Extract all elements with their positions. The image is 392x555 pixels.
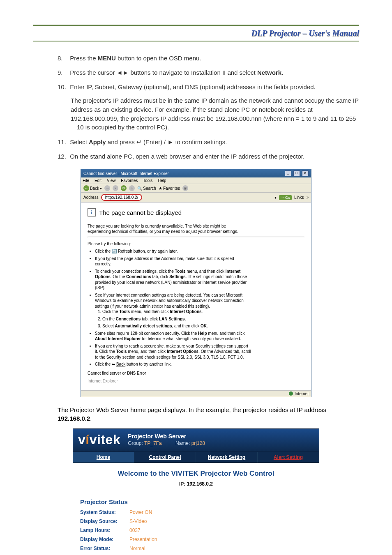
refresh-icon[interactable]: ↻	[121, 185, 127, 191]
list-item: Click the ⬅ Back button to try another l…	[95, 362, 251, 367]
status-zone: Internet	[289, 391, 309, 396]
troubleshoot-list: Click the 🔄 Refresh button, or try again…	[95, 249, 251, 367]
vivitek-logo: vívitek	[78, 432, 120, 447]
ie-toolbar: ←Back ▾ → × ↻ ⌂ 🔍 Search ★ Favorites ◉	[81, 184, 311, 193]
address-label: Address	[83, 195, 99, 200]
list-item: Select Automatically detect settings, an…	[102, 323, 251, 329]
list-item: If you typed the page address in the Add…	[95, 256, 251, 267]
ie-window: Cannot find server - Microsoft Internet …	[81, 169, 311, 397]
ie-titlebar: Cannot find server - Microsoft Internet …	[81, 169, 311, 177]
window-buttons: _ □ ×	[284, 170, 309, 176]
list-item: If you are trying to reach a secure site…	[95, 343, 251, 360]
back-icon: ←	[83, 185, 89, 191]
status-row: Lamp Hours:0037	[80, 527, 312, 533]
vivitek-welcome: Welcome to the VIVITEK Projector Web Con…	[73, 463, 319, 495]
sub-steps: Click the Tools menu, and then click Int…	[102, 309, 251, 329]
menu-file[interactable]: File	[83, 178, 89, 183]
status-row: Display Source:S-Video	[80, 518, 312, 524]
list-item: Click the 🔄 Refresh button, or try again…	[95, 249, 251, 254]
tab-control-panel[interactable]: Control Panel	[134, 452, 196, 463]
try-label: Please try the following:	[88, 242, 304, 246]
search-button[interactable]: 🔍 Search	[137, 186, 156, 191]
step-11: 11. Select Apply and press ↵ (Enter) / ►…	[58, 138, 359, 146]
step-9: 9. Press the cursor ◄► buttons to naviga…	[58, 68, 359, 77]
media-icon[interactable]: ◉	[182, 185, 188, 191]
list-item: See if your Internet connection settings…	[95, 292, 251, 329]
menu-help[interactable]: Help	[158, 178, 166, 183]
status-title: Projector Status	[80, 498, 312, 505]
links-label[interactable]: Links	[294, 195, 304, 200]
list-item: On the Connections tab, click LAN Settin…	[102, 316, 251, 322]
error-heading-row: i The page cannot be displayed	[88, 207, 304, 220]
ie-content: i The page cannot be displayed The page …	[81, 203, 311, 390]
menu-edit[interactable]: Edit	[95, 178, 101, 183]
step-10: 10. Enter IP, Subnet, Gateway (optional)…	[58, 83, 359, 132]
stop-icon[interactable]: ×	[113, 185, 118, 191]
menu-tools[interactable]: Tools	[143, 178, 152, 183]
list-item: To check your connection settings, click…	[95, 269, 251, 291]
back-button[interactable]: ←Back ▾	[83, 185, 102, 191]
error-description: The page you are looking for is currentl…	[88, 223, 244, 234]
address-input[interactable]: http://192.168.0.2/	[101, 194, 143, 201]
internet-icon	[289, 391, 293, 396]
vivitek-title-block: Projector Web Server Group: TP_7Fa Name:…	[128, 433, 205, 446]
list-item: Click the Tools menu, and then click Int…	[102, 309, 251, 315]
step-8: 8. Press the MENU button to open the OSD…	[58, 54, 359, 62]
vivitek-header: vívitek Projector Web Server Group: TP_7…	[73, 428, 319, 452]
tab-alert-setting[interactable]: Alert Setting	[258, 452, 319, 463]
ie-address-bar: Address http://192.168.0.2/ ▾ → Go Links…	[81, 193, 311, 203]
ie-line: Internet Explorer	[88, 378, 244, 384]
ie-window-title: Cannot find server - Microsoft Internet …	[83, 171, 169, 176]
status-row: System Status:Power ON	[80, 509, 312, 515]
status-row: Display Mode:Presentation	[80, 537, 312, 542]
document-page: DLP Projector – User's Manual 8. Press t…	[0, 0, 392, 555]
list-item: Some sites require 128-bit connection se…	[95, 331, 251, 342]
header-banner: DLP Projector – User's Manual	[33, 25, 359, 41]
step-10-note: The projector's IP address must be in th…	[71, 96, 359, 132]
ip-display: IP: 192.168.0.2	[73, 481, 319, 487]
minimize-button[interactable]: _	[285, 170, 291, 176]
section-note: The Projector Web Server home page displ…	[58, 405, 334, 423]
home-icon[interactable]: ⌂	[129, 185, 135, 191]
address-dropdown-icon[interactable]: ▾	[274, 195, 277, 200]
step-12: 12. On the stand alone PC, open a web br…	[58, 152, 359, 161]
divider	[88, 237, 304, 237]
tab-home[interactable]: Home	[73, 452, 134, 463]
error-heading: The page cannot be displayed	[99, 209, 182, 216]
vivitek-panel: vívitek Projector Web Server Group: TP_7…	[73, 428, 319, 555]
vivitek-tabs: Home Control Panel Network Setting Alert…	[73, 452, 319, 463]
close-button[interactable]: ×	[302, 170, 309, 176]
dns-error: Cannot find server or DNS Error	[88, 371, 244, 376]
favorites-button[interactable]: ★ Favorites	[159, 186, 180, 191]
welcome-heading: Welcome to the VIVITEK Projector Web Con…	[73, 470, 319, 478]
info-icon: i	[88, 208, 96, 216]
ie-statusbar: Internet	[81, 390, 311, 397]
ie-menubar: File Edit View Favorites Tools Help	[81, 177, 311, 184]
status-row: Error Status:Normal	[80, 546, 312, 551]
menu-favorites[interactable]: Favorites	[121, 178, 138, 183]
vivitek-group-row: Group: TP_7Fa Name: prj128	[128, 440, 205, 446]
go-button[interactable]: → Go	[279, 195, 292, 200]
projector-status: Projector Status System Status:Power ON …	[73, 495, 319, 555]
maximize-button[interactable]: □	[293, 170, 300, 176]
manual-title: DLP Projector – User's Manual	[251, 29, 359, 38]
menu-view[interactable]: View	[107, 178, 116, 183]
instruction-list: 8. Press the MENU button to open the OSD…	[58, 54, 359, 161]
tab-network-setting[interactable]: Network Setting	[196, 452, 258, 463]
vivitek-title: Projector Web Server	[128, 433, 205, 440]
forward-icon[interactable]: →	[104, 185, 110, 191]
